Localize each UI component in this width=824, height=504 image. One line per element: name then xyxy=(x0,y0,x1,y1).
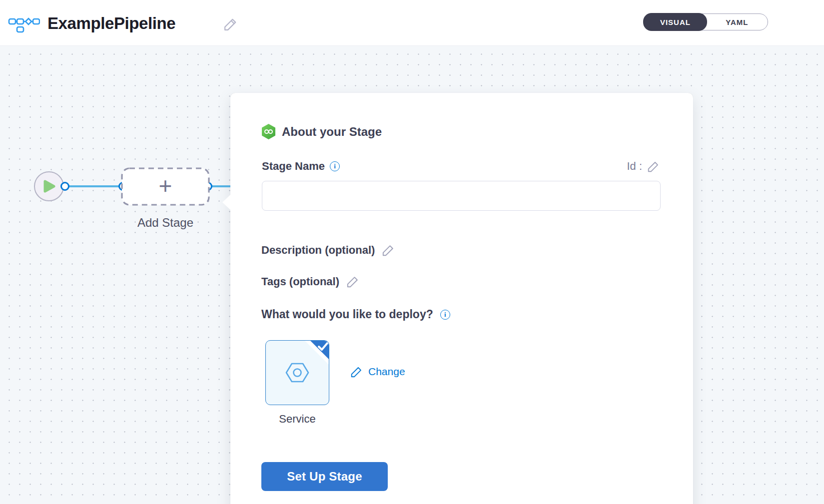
edit-id-button[interactable] xyxy=(647,160,660,173)
stage-name-info-icon[interactable]: i xyxy=(330,161,340,171)
connector-line xyxy=(67,185,122,187)
edit-pipeline-name-button[interactable] xyxy=(223,16,238,31)
selected-check-badge xyxy=(305,340,329,366)
service-card[interactable] xyxy=(265,340,329,405)
start-node-button[interactable] xyxy=(34,171,64,201)
pencil-icon xyxy=(350,365,363,378)
view-toggle: VISUAL YAML xyxy=(644,13,768,30)
deploy-question-label: What would you like to deploy? xyxy=(261,308,433,321)
page-title: ExamplePipeline xyxy=(47,14,175,33)
add-stage-label: Add Stage xyxy=(121,216,210,230)
pencil-icon xyxy=(346,275,360,288)
plus-icon: + xyxy=(121,167,210,206)
tags-row: Tags (optional) xyxy=(261,275,360,288)
deploy-question-row: What would you like to deploy? i xyxy=(261,308,450,321)
tags-label: Tags (optional) xyxy=(261,275,339,288)
toggle-yaml[interactable]: YAML xyxy=(707,14,768,30)
description-label: Description (optional) xyxy=(261,244,375,257)
app-header: ExamplePipeline VISUAL YAML xyxy=(0,0,824,46)
change-button[interactable]: Change xyxy=(350,365,405,378)
stage-name-input[interactable] xyxy=(262,181,661,211)
deploy-info-icon[interactable]: i xyxy=(440,310,450,320)
pencil-icon xyxy=(382,243,395,257)
edit-tags-button[interactable] xyxy=(346,275,360,288)
pipeline-studio-screen: ExamplePipeline VISUAL YAML + xyxy=(0,0,824,504)
setup-stage-button[interactable]: Set Up Stage xyxy=(261,462,388,491)
change-label: Change xyxy=(368,366,405,378)
pencil-icon xyxy=(223,16,238,31)
panel-callout-arrow xyxy=(222,195,230,210)
panel-title: About your Stage xyxy=(282,125,382,139)
stage-name-row: Stage Name i Id : xyxy=(262,160,660,173)
about-stage-header: About your Stage xyxy=(261,124,382,139)
play-icon xyxy=(41,178,56,194)
pipeline-icon xyxy=(8,13,40,36)
connector-dot xyxy=(60,182,69,191)
add-stage-node[interactable]: + xyxy=(121,167,210,206)
id-group: Id : xyxy=(627,160,660,173)
edit-description-button[interactable] xyxy=(382,243,395,257)
pencil-icon xyxy=(647,160,660,173)
id-label: Id : xyxy=(627,160,642,173)
pipeline-canvas: + Add Stage xyxy=(0,46,824,504)
stage-type-badge-icon xyxy=(261,124,276,139)
description-row: Description (optional) xyxy=(261,243,395,257)
toggle-visual[interactable]: VISUAL xyxy=(643,13,707,30)
stage-name-label: Stage Name xyxy=(262,160,325,173)
service-card-label: Service xyxy=(265,413,329,426)
connector-line xyxy=(210,185,231,187)
stage-config-panel: About your Stage Stage Name i Id : Descr… xyxy=(230,93,693,504)
